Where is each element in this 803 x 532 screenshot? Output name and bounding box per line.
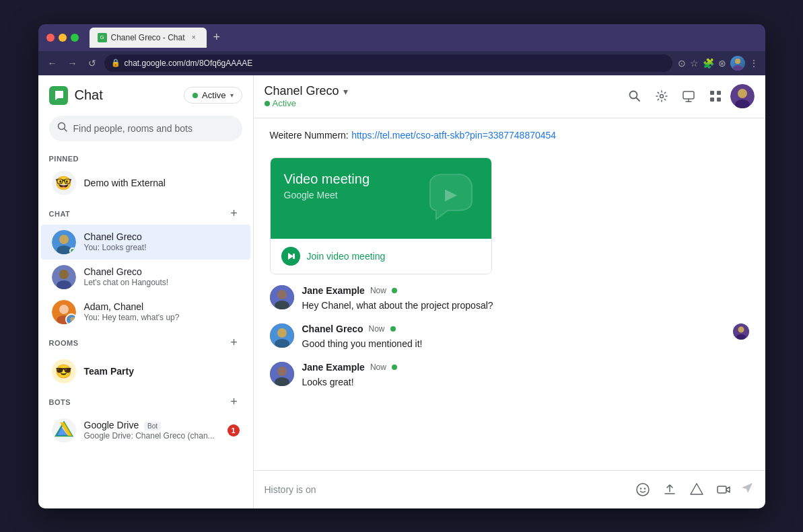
- address-bar: ← → ↺ 🔒 chat.google.com/dm/8Ofq6gAAAAE ⊙…: [38, 51, 765, 75]
- input-area: History is on: [254, 470, 765, 508]
- status-pill[interactable]: Active ▾: [184, 87, 242, 104]
- active-tab[interactable]: G Chanel Greco - Chat ×: [90, 28, 207, 48]
- svg-point-1: [733, 65, 742, 71]
- feedback-button[interactable]: [676, 84, 701, 108]
- jane-2-online: [392, 365, 397, 370]
- main-chat: Chanel Greco ▾ Active: [254, 75, 765, 508]
- close-button[interactable]: [46, 34, 55, 42]
- settings-button[interactable]: [650, 84, 674, 108]
- chanel-active-info: Chanel Greco You: Looks great!: [84, 231, 240, 252]
- demo-external-info: Demo with External: [84, 178, 240, 188]
- list-item-google-drive-bot[interactable]: Google Drive Bot Google Drive: Chanel Gr…: [41, 413, 250, 448]
- svg-point-11: [59, 305, 69, 314]
- svg-point-8: [59, 270, 69, 279]
- rooms-section-label: ROOMS: [49, 339, 79, 347]
- meet-button[interactable]: [713, 479, 734, 500]
- meet-card-bottom[interactable]: Join video meeting: [271, 239, 491, 274]
- svg-point-5: [59, 235, 69, 244]
- meet-link[interactable]: https://tel.meet/cso-atft-skb?pin=338774…: [351, 130, 556, 141]
- messages-area[interactable]: Weitere Nummern: https://tel.meet/cso-at…: [254, 118, 765, 470]
- add-chat-button[interactable]: +: [226, 206, 242, 222]
- svg-point-44: [639, 488, 641, 489]
- svg-line-3: [64, 129, 67, 132]
- add-bot-button[interactable]: +: [226, 394, 242, 410]
- list-item-chanel-2[interactable]: Chanel Greco Let's chat on Hangouts!: [41, 260, 250, 295]
- sidebar-header: Chat Active ▾: [38, 75, 253, 110]
- jane-avatar-1: [270, 285, 294, 309]
- search-input[interactable]: [73, 123, 234, 134]
- chanel-active-name: Chanel Greco: [84, 231, 240, 242]
- list-item-team-party[interactable]: 😎 Team Party: [41, 354, 250, 389]
- chanel2-avatar: [52, 265, 76, 289]
- menu-icon[interactable]: ⋮: [749, 58, 759, 69]
- svg-point-28: [738, 89, 747, 98]
- tab-favicon: G: [98, 33, 107, 42]
- chat-header: Chanel Greco ▾ Active: [254, 75, 765, 118]
- svg-point-45: [643, 488, 645, 489]
- name-dropdown-icon[interactable]: ▾: [343, 86, 348, 97]
- list-item-adam-chanel[interactable]: Adam, Chanel You: Hey team, what's up?: [41, 295, 250, 330]
- profile-icon[interactable]: ⊛: [718, 58, 726, 69]
- list-item-chanel-active[interactable]: Chanel Greco You: Looks great!: [41, 225, 250, 260]
- jane-2-header: Jane Example Now: [302, 362, 749, 373]
- url-bar[interactable]: 🔒 chat.google.com/dm/8Ofq6gAAAAE: [104, 54, 672, 72]
- chanel2-info: Chanel Greco Let's chat on Hangouts!: [84, 266, 240, 287]
- upload-button[interactable]: [659, 479, 680, 500]
- active-label: Active: [273, 98, 296, 108]
- pinned-section-label: PINNED: [38, 149, 253, 165]
- active-dot: [265, 101, 270, 106]
- demo-external-avatar: 🤓: [52, 171, 76, 195]
- team-party-info: Team Party: [84, 366, 240, 377]
- search-bar[interactable]: [49, 116, 242, 141]
- chanel2-name: Chanel Greco: [84, 266, 240, 277]
- online-badge: [69, 248, 76, 254]
- adam-chanel-info: Adam, Chanel You: Hey team, what's up?: [84, 301, 240, 322]
- add-room-button[interactable]: +: [226, 335, 242, 351]
- bot-badge: Bot: [144, 422, 161, 430]
- cast-icon[interactable]: ⊙: [678, 58, 686, 69]
- forward-button[interactable]: →: [65, 55, 80, 71]
- meet-camera-icon: [424, 172, 478, 225]
- chanel-msg-name: Chanel Greco: [302, 324, 363, 334]
- meet-title: Video meeting: [284, 172, 370, 187]
- jane-avatar-2: [270, 362, 294, 386]
- chat-section-header: CHAT +: [38, 200, 253, 225]
- google-drive-bot-avatar: [52, 418, 76, 443]
- browser-avatar[interactable]: [730, 56, 745, 71]
- tab-close-button[interactable]: ×: [189, 33, 199, 42]
- search-chat-button[interactable]: [623, 84, 647, 108]
- send-button[interactable]: [740, 480, 755, 498]
- chanel-avatar-msg: [270, 324, 294, 348]
- notification-badge: 1: [228, 424, 240, 436]
- svg-rect-23: [710, 91, 714, 95]
- maximize-button[interactable]: [71, 34, 79, 42]
- svg-rect-30: [293, 254, 295, 259]
- tab-bar: G Chanel Greco - Chat × +: [90, 28, 225, 48]
- bookmark-icon[interactable]: ☆: [690, 58, 699, 69]
- history-text: History is on: [265, 484, 627, 495]
- chanel2-preview: Let's chat on Hangouts!: [84, 278, 240, 287]
- chanel-active-preview: You: Looks great!: [84, 243, 240, 252]
- browser-chrome: G Chanel Greco - Chat × +: [38, 24, 765, 51]
- jane-1-header: Jane Example Now: [302, 285, 749, 296]
- url-text: chat.google.com/dm/8Ofq6gAAAAE: [125, 59, 666, 68]
- jane-1-online: [392, 288, 397, 293]
- jane-1-text: Hey Chanel, what about the project propo…: [302, 299, 749, 313]
- back-button[interactable]: ←: [45, 55, 60, 71]
- chanel-msg-text: Good thing you mentioned it!: [302, 337, 725, 351]
- new-tab-button[interactable]: +: [209, 30, 225, 44]
- svg-point-21: [660, 95, 663, 98]
- svg-line-20: [636, 98, 639, 102]
- list-item-demo-external[interactable]: 🤓 Demo with External: [41, 165, 250, 200]
- jane-2-text: Looks great!: [302, 375, 749, 389]
- apps-button[interactable]: [703, 84, 728, 108]
- chanel-header: Chanel Greco Now: [302, 324, 725, 334]
- user-avatar-header[interactable]: [730, 84, 755, 108]
- jane-1-content: Jane Example Now Hey Chanel, what about …: [302, 285, 749, 313]
- extension-icon[interactable]: 🧩: [703, 58, 714, 69]
- drive-button[interactable]: [686, 479, 707, 500]
- svg-point-14: [70, 317, 75, 321]
- reload-button[interactable]: ↺: [85, 55, 99, 71]
- minimize-button[interactable]: [59, 34, 67, 42]
- emoji-button[interactable]: [632, 479, 654, 500]
